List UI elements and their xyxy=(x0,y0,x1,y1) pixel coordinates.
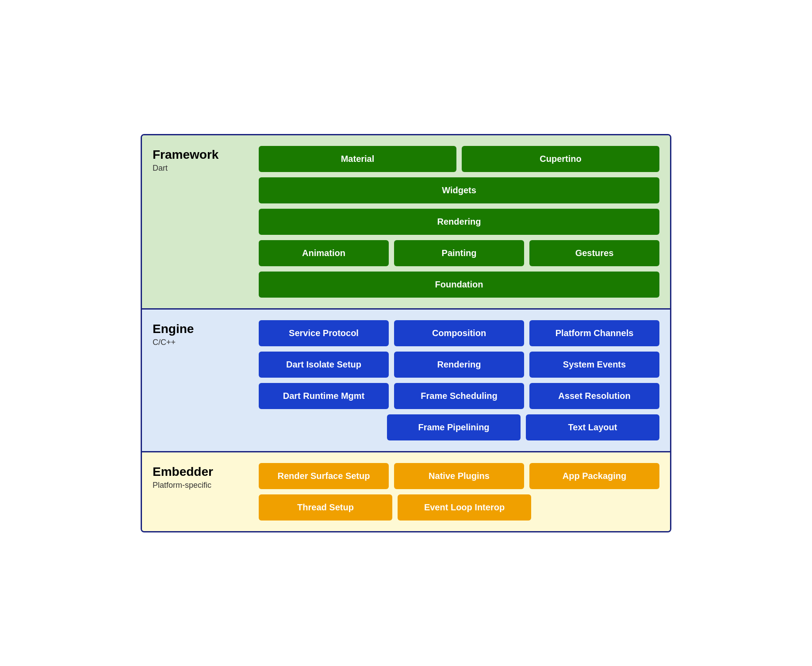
dart-runtime-mgmt-btn: Dart Runtime Mgmt xyxy=(259,383,389,409)
embedder-row-2: Thread Setup Event Loop Interop xyxy=(259,494,659,521)
engine-row-1: Service Protocol Composition Platform Ch… xyxy=(259,320,659,346)
embedder-row-1: Render Surface Setup Native Plugins App … xyxy=(259,463,659,489)
embedder-title: Embedder xyxy=(153,465,250,479)
framework-row-3: Rendering xyxy=(259,209,659,235)
framework-row-1: Material Cupertino xyxy=(259,146,659,172)
engine-row-4: Frame Pipelining Text Layout xyxy=(259,414,659,440)
framework-layer: Framework Dart Material Cupertino Widget… xyxy=(142,135,670,310)
engine-title: Engine xyxy=(153,322,250,336)
flutter-architecture-diagram: Framework Dart Material Cupertino Widget… xyxy=(141,134,671,532)
asset-resolution-btn: Asset Resolution xyxy=(529,383,659,409)
render-surface-setup-btn: Render Surface Setup xyxy=(259,463,389,489)
native-plugins-btn: Native Plugins xyxy=(394,463,524,489)
framework-subtitle: Dart xyxy=(153,164,250,173)
app-packaging-btn: App Packaging xyxy=(529,463,659,489)
framework-row-5: Foundation xyxy=(259,272,659,298)
embedder-subtitle: Platform-specific xyxy=(153,481,250,490)
embedder-label: Embedder Platform-specific xyxy=(153,463,250,521)
cupertino-btn: Cupertino xyxy=(462,146,659,172)
animation-btn: Animation xyxy=(259,240,389,266)
engine-row-3: Dart Runtime Mgmt Frame Scheduling Asset… xyxy=(259,383,659,409)
rendering-btn: Rendering xyxy=(259,209,659,235)
dart-isolate-setup-btn: Dart Isolate Setup xyxy=(259,352,389,378)
gestures-btn: Gestures xyxy=(529,240,659,266)
event-loop-interop-btn: Event Loop Interop xyxy=(398,494,531,521)
thread-setup-btn: Thread Setup xyxy=(259,494,392,521)
framework-row-2: Widgets xyxy=(259,177,659,203)
engine-content: Service Protocol Composition Platform Ch… xyxy=(259,320,659,440)
engine-subtitle: C/C++ xyxy=(153,338,250,347)
framework-title: Framework xyxy=(153,148,250,162)
frame-pipelining-btn: Frame Pipelining xyxy=(387,414,521,440)
painting-btn: Painting xyxy=(394,240,524,266)
frame-scheduling-btn: Frame Scheduling xyxy=(394,383,524,409)
service-protocol-btn: Service Protocol xyxy=(259,320,389,346)
engine-row-2: Dart Isolate Setup Rendering System Even… xyxy=(259,352,659,378)
framework-row-4: Animation Painting Gestures xyxy=(259,240,659,266)
system-events-btn: System Events xyxy=(529,352,659,378)
framework-content: Material Cupertino Widgets Rendering Ani… xyxy=(259,146,659,298)
engine-layer: Engine C/C++ Service Protocol Compositio… xyxy=(142,310,670,452)
engine-label: Engine C/C++ xyxy=(153,320,250,440)
framework-label: Framework Dart xyxy=(153,146,250,298)
embedder-content: Render Surface Setup Native Plugins App … xyxy=(259,463,659,521)
embedder-layer: Embedder Platform-specific Render Surfac… xyxy=(142,452,670,531)
composition-btn: Composition xyxy=(394,320,524,346)
widgets-btn: Widgets xyxy=(259,177,659,203)
foundation-btn: Foundation xyxy=(259,272,659,298)
engine-rendering-btn: Rendering xyxy=(394,352,524,378)
text-layout-btn: Text Layout xyxy=(526,414,659,440)
material-btn: Material xyxy=(259,146,456,172)
platform-channels-btn: Platform Channels xyxy=(529,320,659,346)
